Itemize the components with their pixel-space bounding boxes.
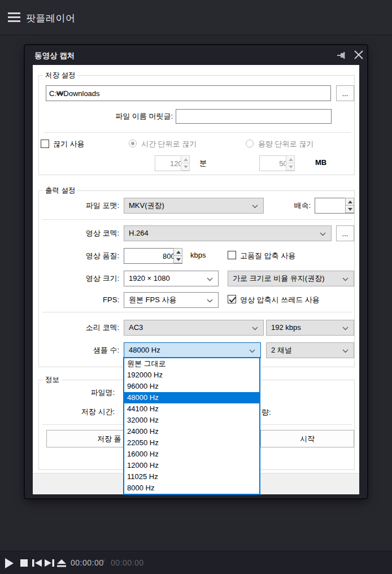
app-titlebar: 팟플레이어 (0, 0, 392, 35)
output-settings-label: 출력 설정 (43, 186, 77, 195)
dropdown-item-selected[interactable]: 48000 Hz (124, 392, 259, 403)
info-filename-label: 파일명: (39, 387, 115, 398)
audio-codec-label: 소리 코덱: (39, 320, 119, 336)
channels-combo[interactable]: 2 채널 (266, 342, 354, 358)
spin-up-icon[interactable] (286, 155, 295, 163)
chevron-down-icon (342, 277, 349, 281)
total-time: 00:00:00 (111, 558, 144, 567)
spin-down-icon[interactable] (181, 163, 190, 171)
dropdown-item[interactable]: 12000 Hz (124, 460, 259, 471)
video-codec-combo[interactable]: H.264 (124, 225, 332, 241)
filename-prefix-label: 파일 이름 머릿글: (39, 108, 173, 124)
play-icon[interactable] (5, 551, 14, 574)
spin-down-icon[interactable] (286, 163, 295, 171)
dialog-title: 동영상 캡처 (34, 51, 75, 61)
eject-icon[interactable] (57, 551, 66, 574)
thread-checkbox[interactable] (228, 295, 236, 303)
previous-icon[interactable] (32, 551, 42, 574)
thread-label: 영상 압축시 쓰레드 사용 (240, 295, 320, 305)
split-enable-checkbox[interactable] (41, 140, 49, 148)
close-icon[interactable] (352, 49, 365, 61)
chevron-down-icon (320, 232, 326, 236)
minutes-unit-label: 분 (199, 158, 207, 168)
video-codec-label: 영상 코덱: (39, 225, 119, 241)
menu-icon[interactable] (8, 12, 20, 23)
aspect-ratio-value: 가로 크기로 비율 유지(권장) (233, 274, 325, 282)
split-enable-label: 끊기 사용 (53, 139, 85, 149)
file-format-combo[interactable]: MKV(권장) (124, 198, 264, 214)
hq-compress-checkbox[interactable] (228, 251, 236, 259)
fps-combo[interactable]: 원본 FPS 사용 (124, 292, 219, 308)
sample-rate-value: 48000 Hz (129, 346, 160, 354)
split-by-size-radio[interactable] (246, 140, 254, 147)
browse-path-button[interactable]: ... (336, 85, 354, 101)
audio-bitrate-value: 192 kbps (271, 323, 301, 332)
dialog-body: 저장 설정 ... 파일 이름 머릿글: 끊기 사용 시간 단위로 끊기 용량 … (33, 65, 359, 494)
audio-codec-value: AC3 (129, 323, 143, 332)
save-settings-group: 저장 설정 ... 파일 이름 머릿글: 끊기 사용 시간 단위로 끊기 용량 … (38, 75, 355, 175)
dropdown-item[interactable]: 11025 Hz (124, 471, 259, 482)
sample-rate-combo[interactable]: 48000 Hz (124, 342, 261, 358)
split-by-size-label: 용량 단위로 끊기 (258, 139, 313, 149)
save-path-input[interactable] (46, 85, 331, 101)
split-by-time-radio[interactable] (129, 140, 137, 147)
chevron-down-icon (252, 327, 258, 331)
hq-compress-label: 고품질 압축 사용 (240, 251, 295, 261)
kbps-unit-label: kbps (190, 251, 206, 259)
file-format-label: 파일 포맷: (39, 198, 119, 214)
dropdown-item[interactable]: 8000 Hz (124, 482, 259, 494)
filename-prefix-input[interactable] (176, 109, 332, 124)
video-size-label: 영상 크기: (39, 271, 119, 286)
chevron-down-icon (342, 349, 349, 353)
app-title: 팟플레이어 (26, 12, 76, 25)
dropdown-item[interactable]: 22050 Hz (124, 437, 259, 449)
spin-up-icon[interactable] (181, 155, 190, 163)
dropdown-item[interactable]: 원본 그대로 (124, 358, 259, 369)
app-window: 팟플레이어 동영상 캡처 저장 설정 ... 파일 이름 머릿글: (0, 0, 392, 574)
info-savetime-label: 저장 시간: (39, 406, 115, 418)
chevron-down-icon (207, 277, 213, 281)
mb-unit-label: MB (315, 158, 326, 167)
video-quality-label: 영상 품질: (39, 248, 119, 264)
video-size-combo[interactable]: 1920 × 1080 (124, 271, 219, 286)
video-codec-value: H.264 (129, 229, 149, 237)
output-settings-group: 출력 설정 파일 포맷: MKV(권장) 배속: 영상 코덱: H.264 (38, 190, 355, 367)
aspect-ratio-combo[interactable]: 가로 크기로 비율 유지(권장) (228, 271, 354, 286)
pin-icon[interactable] (336, 50, 346, 60)
current-time: 00:00:00 (71, 558, 104, 567)
dropdown-item[interactable]: 32000 Hz (124, 415, 259, 426)
video-size-value: 1920 × 1080 (129, 274, 170, 282)
sample-rate-dropdown-list: 원본 그대로 192000 Hz 96000 Hz 48000 Hz 44100… (123, 357, 260, 495)
split-minutes-spinner[interactable] (155, 155, 190, 171)
split-size-spinner[interactable] (259, 155, 295, 171)
dropdown-item[interactable]: 44100 Hz (124, 403, 259, 415)
channels-value: 2 채널 (271, 346, 292, 354)
check-icon (229, 297, 236, 303)
start-capture-button[interactable]: 시작 (260, 430, 354, 447)
dropdown-item[interactable]: 24000 Hz (124, 426, 259, 437)
playback-bar: 00:00:00 / 00:00:00 (0, 551, 392, 574)
audio-codec-combo[interactable]: AC3 (124, 320, 264, 336)
chevron-down-icon (207, 299, 213, 303)
save-settings-label: 저장 설정 (43, 71, 77, 80)
dropdown-item[interactable]: 96000 Hz (124, 381, 259, 392)
speed-spinner[interactable] (315, 198, 354, 214)
stop-icon[interactable] (20, 551, 28, 574)
dropdown-item[interactable]: 16000 Hz (124, 449, 259, 460)
next-icon[interactable] (45, 551, 54, 574)
spin-up-icon[interactable] (173, 248, 182, 256)
chevron-down-icon (342, 327, 349, 331)
video-capture-dialog: 동영상 캡처 저장 설정 ... 파일 이름 머릿글: (25, 45, 367, 498)
audio-bitrate-combo[interactable]: 192 kbps (266, 320, 354, 336)
info-size-label-fragment: 량: (262, 407, 271, 418)
dropdown-item[interactable]: 192000 Hz (124, 369, 259, 381)
spin-down-icon[interactable] (345, 205, 354, 213)
sample-rate-label: 샘플 수: (39, 342, 119, 358)
video-codec-config-button[interactable]: ... (336, 225, 354, 241)
spin-down-icon[interactable] (173, 255, 182, 263)
fps-value: 원본 FPS 사용 (129, 295, 177, 304)
fps-label: FPS: (39, 292, 119, 308)
spin-up-icon[interactable] (345, 198, 354, 206)
file-format-value: MKV(권장) (129, 201, 164, 210)
video-quality-spinner[interactable] (124, 248, 182, 264)
